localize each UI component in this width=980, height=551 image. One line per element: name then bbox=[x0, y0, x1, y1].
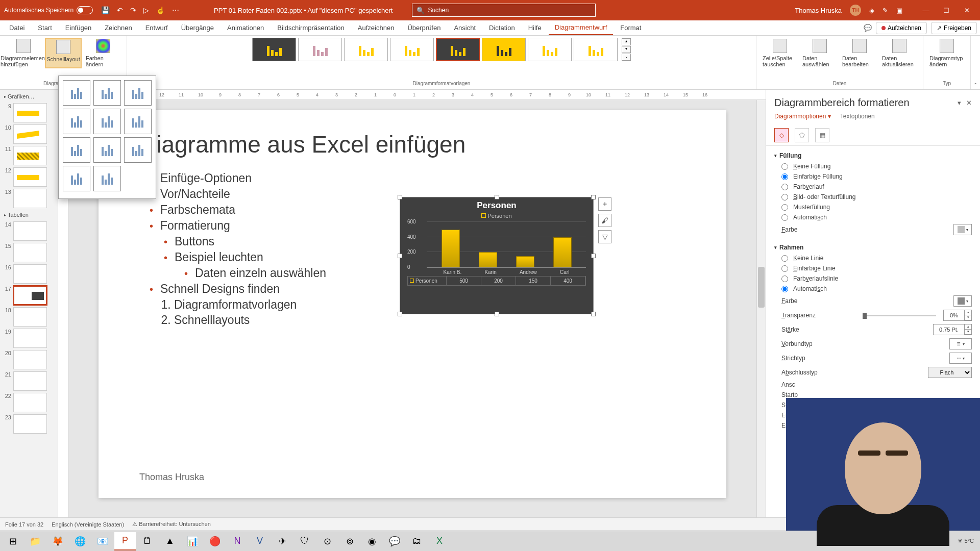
chart-title[interactable]: Personen bbox=[400, 197, 593, 213]
slideshow-icon[interactable]: ▷ bbox=[143, 6, 149, 14]
layout-8[interactable] bbox=[93, 137, 121, 163]
slide-canvas[interactable]: Diagramme aus Excel einfügen Einfüge-Opt… bbox=[68, 100, 756, 517]
slide-title[interactable]: Diagramme aus Excel einfügen bbox=[139, 131, 685, 158]
file-explorer-icon[interactable]: 📁 bbox=[24, 532, 46, 550]
chart-brush-icon[interactable]: 🖌 bbox=[598, 214, 611, 227]
autosave-toggle[interactable]: Automatisches Speichern bbox=[4, 6, 93, 14]
layout-9[interactable] bbox=[124, 137, 152, 163]
start-menu-icon[interactable]: ⊞ bbox=[2, 532, 23, 550]
chart-legend[interactable]: Personen bbox=[400, 213, 593, 219]
slide-thumb-20[interactable]: 20 bbox=[2, 350, 56, 369]
fill-line-icon[interactable]: ◇ bbox=[774, 128, 789, 142]
line-color-button[interactable] bbox=[953, 295, 972, 307]
quick-layout-gallery[interactable] bbox=[58, 76, 156, 199]
tab-zeichnen[interactable]: Zeichnen bbox=[99, 21, 138, 35]
slide-thumb-17[interactable]: 17 bbox=[2, 286, 56, 305]
chart-style-4[interactable] bbox=[390, 38, 434, 61]
layout-10[interactable] bbox=[63, 166, 90, 191]
quick-layout-button[interactable]: Schnelllayout bbox=[45, 38, 82, 68]
panel-section-grafiken[interactable]: Grafiken… bbox=[2, 92, 56, 101]
slide-thumb-21[interactable]: 21 bbox=[2, 371, 56, 391]
line-gradient-radio[interactable]: Farbverlaufslinie bbox=[774, 273, 972, 284]
layout-7[interactable] bbox=[63, 137, 90, 163]
dash-type-button[interactable]: ┄ bbox=[949, 353, 972, 364]
qat-more-icon[interactable]: ⋯ bbox=[172, 6, 179, 14]
layout-11[interactable] bbox=[93, 166, 121, 191]
slide-thumb-18[interactable]: 18 bbox=[2, 307, 56, 327]
tab-aufzeichnen[interactable]: Aufzeichnen bbox=[352, 21, 401, 35]
slide-thumb-23[interactable]: 23 bbox=[2, 414, 56, 434]
fill-gradient-radio[interactable]: Farbverlauf bbox=[774, 182, 972, 192]
chrome-icon[interactable]: 🌐 bbox=[69, 532, 91, 550]
slide-thumb-19[interactable]: 19 bbox=[2, 329, 56, 348]
tab-uebergaenge[interactable]: Übergänge bbox=[175, 21, 220, 35]
tab-format[interactable]: Format bbox=[614, 21, 647, 35]
slide-thumb-11[interactable]: 11 bbox=[2, 146, 56, 165]
window-icon[interactable]: ▣ bbox=[896, 7, 902, 14]
tab-bildschirm[interactable]: Bildschirmpräsentation bbox=[271, 21, 351, 35]
autosave-switch[interactable] bbox=[77, 6, 93, 14]
app-icon-4[interactable]: 🛡 bbox=[294, 532, 315, 550]
slide-thumb-10[interactable]: 10 bbox=[2, 124, 56, 144]
slide-panel[interactable]: Grafiken… 9 10 11 12 13 Tabellen 14 15 1… bbox=[0, 90, 58, 517]
chart-object[interactable]: Personen Personen 600 400 200 0 bbox=[400, 197, 594, 314]
layout-5[interactable] bbox=[93, 109, 121, 134]
search-box[interactable]: 🔍 bbox=[412, 4, 596, 17]
app-icon-8[interactable]: 💬 bbox=[384, 532, 405, 550]
user-name[interactable]: Thomas Hruska bbox=[795, 7, 842, 14]
undo-icon[interactable]: ↶ bbox=[117, 6, 123, 14]
chart-plot[interactable]: 600 400 200 0 bbox=[427, 222, 586, 268]
line-solid-radio[interactable]: Einfarbige Linie bbox=[774, 263, 972, 273]
app-icon-1[interactable]: 🗒 bbox=[137, 532, 158, 550]
app-icon-2[interactable]: 📊 bbox=[182, 532, 203, 550]
layout-1[interactable] bbox=[63, 80, 90, 106]
chart-data-table[interactable]: Personen 500 200 150 400 bbox=[407, 276, 586, 286]
share-button[interactable]: ↗ Freigeben bbox=[931, 22, 977, 34]
transparency-slider[interactable] bbox=[863, 315, 937, 316]
bullet-5b[interactable]: Schnelllayouts bbox=[174, 313, 685, 327]
accessibility-status[interactable]: ⚠ Barrierefreiheit: Untersuchen bbox=[132, 521, 211, 528]
tab-ansicht[interactable]: Ansicht bbox=[448, 21, 482, 35]
record-button[interactable]: Aufzeichnen bbox=[876, 22, 927, 34]
gallery-spinner[interactable]: ▴▾⌄ bbox=[622, 38, 631, 61]
tab-datei[interactable]: Datei bbox=[3, 21, 31, 35]
fill-auto-radio[interactable]: Automatisch bbox=[774, 212, 972, 222]
size-icon[interactable]: ▦ bbox=[815, 128, 829, 142]
telegram-icon[interactable]: ✈ bbox=[272, 532, 293, 550]
cap-type-select[interactable]: Flach bbox=[928, 367, 972, 378]
layout-3[interactable] bbox=[124, 80, 152, 106]
chart-plus-icon[interactable]: ＋ bbox=[598, 197, 611, 211]
fill-none-radio[interactable]: Keine Füllung bbox=[774, 161, 972, 171]
chart-bar-1[interactable] bbox=[479, 252, 497, 267]
tab-hilfe[interactable]: Hilfe bbox=[522, 21, 548, 35]
tab-einfuegen[interactable]: Einfügen bbox=[59, 21, 97, 35]
layout-6[interactable] bbox=[124, 109, 152, 134]
chart-style-2[interactable] bbox=[298, 38, 342, 61]
bullet-1[interactable]: Einfüge-Optionen bbox=[150, 171, 685, 185]
tab-start[interactable]: Start bbox=[32, 21, 58, 35]
line-none-radio[interactable]: Keine Linie bbox=[774, 253, 972, 263]
pane-tab-chart-options[interactable]: Diagrammoptionen ▾ bbox=[774, 113, 831, 122]
close-button[interactable]: ✕ bbox=[958, 4, 976, 17]
change-colors-button[interactable]: Farben ändern bbox=[85, 38, 121, 68]
maximize-button[interactable]: ☐ bbox=[937, 4, 955, 17]
refresh-data-button[interactable]: Daten aktualisieren bbox=[881, 38, 918, 68]
pane-close-icon[interactable]: ✕ bbox=[966, 99, 972, 107]
app-icon-5[interactable]: ⊙ bbox=[316, 532, 338, 550]
slide[interactable]: Diagramme aus Excel einfügen Einfüge-Opt… bbox=[99, 110, 726, 498]
slide-thumb-14[interactable]: 14 bbox=[2, 221, 56, 241]
slide-thumb-12[interactable]: 12 bbox=[2, 167, 56, 187]
chart-style-1[interactable] bbox=[252, 38, 296, 61]
section-fill[interactable]: Füllung bbox=[774, 150, 972, 161]
diamond-icon[interactable]: ◈ bbox=[869, 7, 874, 14]
chart-styles-gallery[interactable]: ▴▾⌄ bbox=[252, 38, 631, 61]
switch-row-col-button[interactable]: Zeile/Spalte tauschen bbox=[762, 38, 798, 68]
app-icon-6[interactable]: ⊚ bbox=[339, 532, 360, 550]
chart-bar-0[interactable] bbox=[442, 230, 460, 267]
slide-footer[interactable]: Thomas Hruska bbox=[139, 472, 204, 483]
effects-icon[interactable]: ⬠ bbox=[795, 128, 809, 142]
chart-style-7[interactable] bbox=[528, 38, 572, 61]
save-icon[interactable]: 💾 bbox=[101, 6, 110, 14]
fill-solid-radio[interactable]: Einfarbige Füllung bbox=[774, 171, 972, 182]
minimize-button[interactable]: — bbox=[917, 4, 935, 17]
